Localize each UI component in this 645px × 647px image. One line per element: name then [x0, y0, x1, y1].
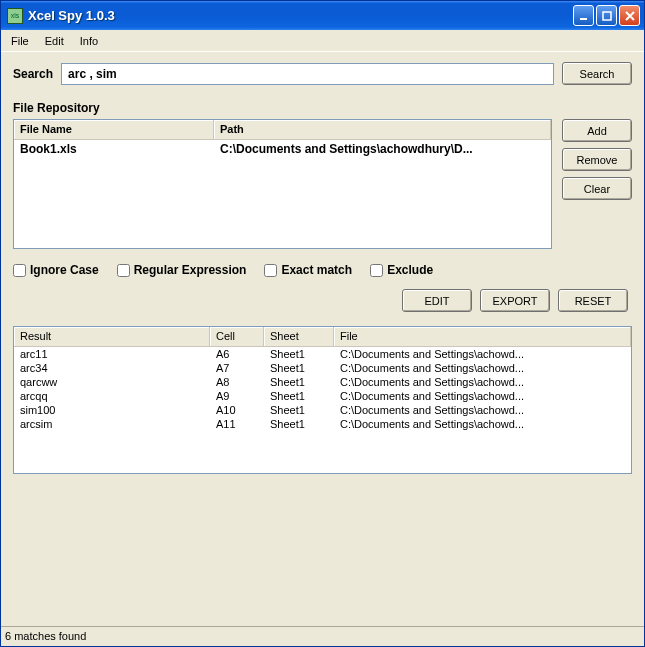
search-input[interactable] — [61, 63, 554, 85]
results-cell-sheet: Sheet1 — [264, 361, 334, 375]
status-bar: 6 matches found — [1, 626, 644, 646]
search-row: Search Search — [13, 62, 632, 85]
file-repository: File Name Path Book1.xlsC:\Documents and… — [13, 119, 632, 249]
window-controls — [573, 5, 640, 26]
results-cell-result: sim100 — [14, 403, 210, 417]
repo-col-path[interactable]: Path — [214, 120, 551, 139]
search-button[interactable]: Search — [562, 62, 632, 85]
results-cell-result: arcqq — [14, 389, 210, 403]
repo-buttons: Add Remove Clear — [562, 119, 632, 249]
results-cell-file: C:\Documents and Settings\achowd... — [334, 417, 631, 431]
edit-button[interactable]: EDIT — [402, 289, 472, 312]
results-cell-file: C:\Documents and Settings\achowd... — [334, 403, 631, 417]
remove-button[interactable]: Remove — [562, 148, 632, 171]
results-body[interactable]: arc11A6Sheet1C:\Documents and Settings\a… — [14, 347, 631, 473]
results-cell-sheet: Sheet1 — [264, 417, 334, 431]
exact-match-checkbox[interactable] — [264, 264, 277, 277]
results-row[interactable]: arc34A7Sheet1C:\Documents and Settings\a… — [14, 361, 631, 375]
reset-button[interactable]: RESET — [558, 289, 628, 312]
repo-col-filename[interactable]: File Name — [14, 120, 214, 139]
search-label: Search — [13, 67, 53, 81]
menu-edit[interactable]: Edit — [37, 32, 72, 50]
minimize-button[interactable] — [573, 5, 594, 26]
results-cell-file: C:\Documents and Settings\achowd... — [334, 361, 631, 375]
status-text: 6 matches found — [5, 630, 86, 642]
results-row[interactable]: sim100A10Sheet1C:\Documents and Settings… — [14, 403, 631, 417]
repo-cell-path: C:\Documents and Settings\achowdhury\D..… — [214, 140, 551, 158]
window-title: Xcel Spy 1.0.3 — [28, 8, 573, 23]
results-col-file[interactable]: File — [334, 327, 631, 346]
results-header: Result Cell Sheet File — [14, 327, 631, 347]
results-cell-file: C:\Documents and Settings\achowd... — [334, 347, 631, 361]
menu-info[interactable]: Info — [72, 32, 106, 50]
options-row: Ignore Case Regular Expression Exact mat… — [13, 263, 632, 277]
results-cell-cell: A7 — [210, 361, 264, 375]
results-cell-cell: A8 — [210, 375, 264, 389]
results-cell-result: arcsim — [14, 417, 210, 431]
titlebar[interactable]: xls Xcel Spy 1.0.3 — [1, 0, 644, 30]
svg-rect-0 — [580, 18, 587, 20]
results-col-sheet[interactable]: Sheet — [264, 327, 334, 346]
results-table[interactable]: Result Cell Sheet File arc11A6Sheet1C:\D… — [13, 326, 632, 474]
clear-button[interactable]: Clear — [562, 177, 632, 200]
regex-option[interactable]: Regular Expression — [117, 263, 247, 277]
exclude-label: Exclude — [387, 263, 433, 277]
svg-rect-1 — [603, 12, 611, 20]
regex-label: Regular Expression — [134, 263, 247, 277]
results-cell-sheet: Sheet1 — [264, 389, 334, 403]
results-col-cell[interactable]: Cell — [210, 327, 264, 346]
maximize-button[interactable] — [596, 5, 617, 26]
exact-match-label: Exact match — [281, 263, 352, 277]
app-window: xls Xcel Spy 1.0.3 File Edit Info Search… — [0, 0, 645, 647]
add-button[interactable]: Add — [562, 119, 632, 142]
results-cell-result: qarcww — [14, 375, 210, 389]
results-cell-cell: A11 — [210, 417, 264, 431]
results-cell-cell: A6 — [210, 347, 264, 361]
results-cell-file: C:\Documents and Settings\achowd... — [334, 375, 631, 389]
regex-checkbox[interactable] — [117, 264, 130, 277]
results-row[interactable]: arcsimA11Sheet1C:\Documents and Settings… — [14, 417, 631, 431]
exact-match-option[interactable]: Exact match — [264, 263, 352, 277]
repo-header: File Name Path — [14, 120, 551, 140]
menu-file[interactable]: File — [3, 32, 37, 50]
repo-cell-filename: Book1.xls — [14, 140, 214, 158]
results-cell-result: arc11 — [14, 347, 210, 361]
results-cell-sheet: Sheet1 — [264, 347, 334, 361]
results-cell-cell: A10 — [210, 403, 264, 417]
results-cell-cell: A9 — [210, 389, 264, 403]
content-area: Search Search File Repository File Name … — [1, 52, 644, 626]
exclude-option[interactable]: Exclude — [370, 263, 433, 277]
results-cell-sheet: Sheet1 — [264, 375, 334, 389]
results-col-result[interactable]: Result — [14, 327, 210, 346]
exclude-checkbox[interactable] — [370, 264, 383, 277]
action-row: EDIT EXPORT RESET — [13, 289, 632, 312]
menubar: File Edit Info — [1, 30, 644, 52]
results-cell-sheet: Sheet1 — [264, 403, 334, 417]
results-row[interactable]: arc11A6Sheet1C:\Documents and Settings\a… — [14, 347, 631, 361]
close-button[interactable] — [619, 5, 640, 26]
ignore-case-option[interactable]: Ignore Case — [13, 263, 99, 277]
repo-row[interactable]: Book1.xlsC:\Documents and Settings\achow… — [14, 140, 551, 158]
results-cell-result: arc34 — [14, 361, 210, 375]
export-button[interactable]: EXPORT — [480, 289, 550, 312]
ignore-case-checkbox[interactable] — [13, 264, 26, 277]
results-cell-file: C:\Documents and Settings\achowd... — [334, 389, 631, 403]
app-icon: xls — [7, 8, 23, 24]
results-row[interactable]: arcqqA9Sheet1C:\Documents and Settings\a… — [14, 389, 631, 403]
file-repository-table[interactable]: File Name Path Book1.xlsC:\Documents and… — [13, 119, 552, 249]
results-row[interactable]: qarcwwA8Sheet1C:\Documents and Settings\… — [14, 375, 631, 389]
repo-body[interactable]: Book1.xlsC:\Documents and Settings\achow… — [14, 140, 551, 248]
ignore-case-label: Ignore Case — [30, 263, 99, 277]
file-repository-title: File Repository — [13, 101, 632, 115]
